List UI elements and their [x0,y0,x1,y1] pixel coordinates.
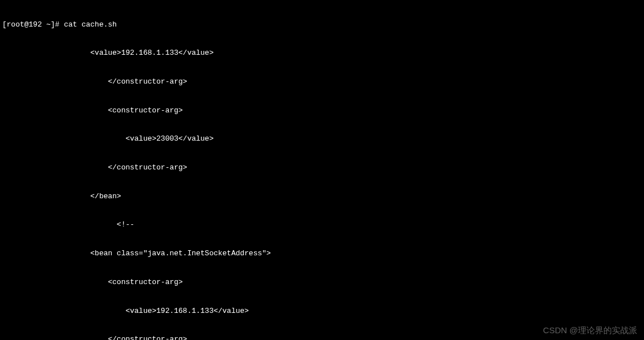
prompt-line: [root@192 ~]# cat cache.sh [2,20,642,30]
output-line: <!-- [2,220,642,230]
output-line: <value>23003</value> [2,134,642,144]
output-line: <value>192.168.1.133</value> [2,49,642,58]
output-line: </constructor-arg> [2,77,642,87]
output-line: <value>192.168.1.133</value> [2,307,642,316]
output-line: <bean class="java.net.InetSocketAddress"… [2,249,642,259]
output-line: <constructor-arg> [2,278,642,287]
shell-prompt: [root@192 ~]# [2,20,64,29]
output-line: </bean> [2,192,642,202]
output-line: </constructor-arg> [2,335,642,340]
output-line: <constructor-arg> [2,106,642,116]
command-text: cat cache.sh [64,20,117,29]
output-line: </constructor-arg> [2,163,642,173]
terminal-output[interactable]: [root@192 ~]# cat cache.sh <value>192.16… [2,1,642,340]
watermark-text: CSDN @理论界的实战派 [543,325,637,336]
